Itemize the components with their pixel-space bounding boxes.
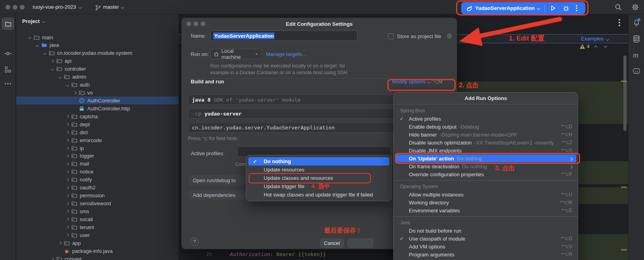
chevron-right-icon[interactable]: [64, 187, 71, 189]
chevron-down-icon[interactable]: [42, 52, 48, 54]
dropdown-item-hot-swap-classes-and-update-trigger-file-if-failed[interactable]: Hot swap classes and update trigger file…: [246, 191, 391, 199]
settings-gear-icon[interactable]: [631, 3, 639, 11]
project-switcher[interactable]: ruoyi-vue-pro-2023: [33, 0, 81, 14]
examples-link[interactable]: Examples: [581, 36, 609, 42]
commit-tool-button[interactable]: [0, 50, 16, 57]
chevron-down-icon[interactable]: [27, 36, 33, 39]
dropdown-item-update-resources[interactable]: Update resources: [246, 166, 391, 174]
chevron-right-icon[interactable]: [64, 147, 71, 149]
menu-item-program-arguments[interactable]: Program arguments^⌥R: [394, 250, 578, 258]
branch-switcher[interactable]: master: [95, 0, 124, 14]
menu-item-use-classpath-of-module[interactable]: ✓Use classpath of module^⌥O: [394, 235, 578, 243]
dropdown-item-do-nothing[interactable]: ✓Do nothing: [248, 157, 389, 166]
chevron-right-icon[interactable]: [64, 155, 71, 157]
menu-item-override-configuration-properties[interactable]: Override configuration properties^⌥P: [394, 170, 578, 178]
add-dependencies-chip[interactable]: Add dependencies: [188, 190, 246, 200]
tree-item-vo[interactable]: vo: [16, 89, 178, 97]
tree-item-cn-iocoder-yudao-module-system[interactable]: cn.iocoder.yudao.module.system: [16, 49, 178, 57]
tree-item-dict[interactable]: dict: [16, 128, 178, 136]
tree-item-sms[interactable]: sms: [16, 207, 178, 215]
maven-icon[interactable]: m: [633, 51, 638, 60]
structure-tool-button[interactable]: [0, 66, 16, 73]
tree-item-permission[interactable]: permission: [16, 192, 178, 200]
tree-item-errorcode[interactable]: errorcode: [16, 136, 178, 144]
tree-item-api[interactable]: api: [16, 57, 178, 65]
chevron-right-icon[interactable]: [64, 171, 71, 173]
chevron-right-icon[interactable]: [64, 115, 71, 117]
chevron-right-icon[interactable]: [64, 226, 71, 228]
tree-item-sensitiveword[interactable]: sensitiveword: [16, 200, 178, 208]
tree-item-logger[interactable]: logger: [16, 152, 178, 160]
tree-item-captcha[interactable]: captcha: [16, 112, 178, 120]
tree-item-controller[interactable]: controller: [16, 65, 178, 73]
chevron-right-icon[interactable]: [49, 258, 56, 260]
window-zoom-button[interactable]: [20, 5, 25, 10]
chevron-right-icon[interactable]: [64, 123, 71, 125]
chevron-right-icon[interactable]: [64, 218, 71, 220]
search-icon[interactable]: [614, 3, 622, 11]
database-icon[interactable]: [632, 35, 640, 43]
tree-item-auth[interactable]: auth: [16, 81, 178, 89]
next-warning-icon[interactable]: [604, 44, 607, 48]
chevron-down-icon[interactable]: [34, 44, 40, 46]
store-as-project-file-checkbox[interactable]: [388, 33, 394, 39]
chevron-right-icon[interactable]: [64, 195, 71, 197]
chevron-right-icon[interactable]: [64, 234, 71, 236]
chevron-right-icon[interactable]: [57, 242, 63, 244]
editor-more-icon[interactable]: [619, 19, 620, 26]
tree-item-app[interactable]: app: [16, 239, 178, 247]
menu-item-enable-debug-output[interactable]: Enable debug output-Ddebug^⌥D: [394, 123, 578, 131]
help-button[interactable]: ?: [190, 237, 199, 246]
error-stripe-mark[interactable]: [621, 81, 627, 82]
chevron-right-icon[interactable]: [49, 60, 56, 62]
error-stripe-mark[interactable]: [621, 187, 627, 188]
chevron-down-icon[interactable]: [49, 68, 56, 70]
chevron-right-icon[interactable]: [64, 202, 71, 205]
chevron-right-icon[interactable]: [64, 163, 71, 165]
notifications-bell-icon[interactable]: [632, 19, 640, 27]
error-stripe-mark[interactable]: [621, 249, 627, 250]
chevron-right-icon[interactable]: [64, 210, 71, 212]
manage-targets-link[interactable]: Manage targets...: [266, 51, 306, 57]
menu-item-disable-launch-optimization[interactable]: Disable launch optimization-XX:TieredSto…: [394, 139, 578, 146]
cancel-button[interactable]: Cancel: [320, 239, 344, 248]
tree-item-socail[interactable]: socail: [16, 215, 178, 223]
menu-item-active-profiles[interactable]: ✓Active profiles: [394, 115, 578, 123]
tree-item-admin[interactable]: admin: [16, 73, 178, 81]
menu-item-hide-banner[interactable]: Hide banner-Dspring.main.banner-mode=OFF…: [394, 131, 578, 139]
chevron-down-icon[interactable]: [64, 84, 71, 86]
tree-item-main[interactable]: main: [16, 33, 178, 41]
window-close-button[interactable]: [6, 5, 10, 10]
tree-item-dept[interactable]: dept: [16, 120, 178, 128]
menu-item-allow-multiple-instances[interactable]: Allow multiple instances^⌥U: [394, 191, 578, 198]
tree-item-authcontroller-http[interactable]: APIAuthController.http: [16, 104, 178, 112]
tree-item-user[interactable]: user: [16, 231, 178, 239]
chevron-right-icon[interactable]: [72, 92, 78, 94]
more-tool-windows-icon[interactable]: [0, 83, 16, 85]
tree-item-oauth2[interactable]: oauth2: [16, 184, 178, 192]
chevron-right-icon[interactable]: [64, 179, 71, 181]
warning-icon[interactable]: [579, 44, 585, 49]
project-panel-header[interactable]: Project: [22, 18, 45, 24]
chevron-down-icon[interactable]: [57, 76, 63, 78]
open-run-debug-chip[interactable]: Open run/debug to: [188, 175, 246, 185]
run-on-select[interactable]: Local machine ▼: [210, 49, 262, 59]
tree-item-notify[interactable]: notify: [16, 176, 178, 184]
tree-item-ip[interactable]: ip: [16, 144, 178, 152]
window-minimize-button[interactable]: [13, 5, 17, 10]
tree-item-mail[interactable]: mail: [16, 160, 178, 168]
menu-item-do-not-build-before-run[interactable]: Do not build before run: [394, 227, 578, 235]
tree-item-convert[interactable]: convert: [16, 255, 178, 260]
partial-button[interactable]: [348, 239, 373, 248]
tree-item-java[interactable]: java: [16, 41, 178, 49]
prev-warning-icon[interactable]: [594, 46, 598, 49]
tree-item-tenant[interactable]: tenant: [16, 223, 178, 231]
chevron-right-icon[interactable]: [64, 139, 71, 141]
chevron-right-icon[interactable]: [64, 131, 71, 133]
project-tool-button[interactable]: [2, 17, 14, 30]
menu-item-add-vm-options[interactable]: Add VM options^⌥V: [394, 243, 578, 250]
menu-item-environment-variables[interactable]: Environment variables^⌥E: [394, 206, 578, 214]
editor-scrollbar[interactable]: [623, 56, 627, 131]
menu-item-working-directory[interactable]: Working directory^⌥W: [394, 198, 578, 206]
store-settings-gear-icon[interactable]: [446, 33, 452, 39]
